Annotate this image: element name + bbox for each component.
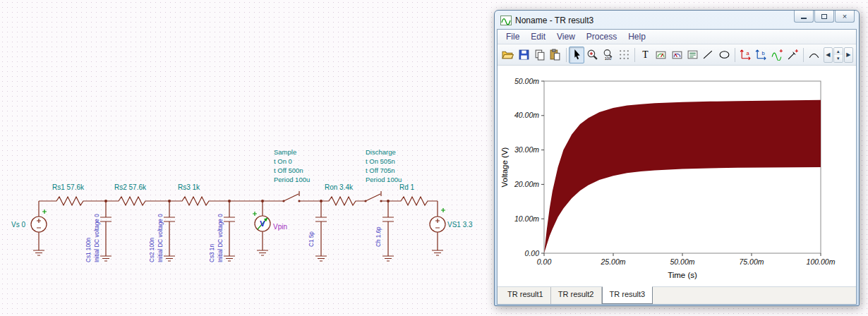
minimize-icon	[801, 18, 807, 19]
toolbar-separator	[735, 48, 735, 62]
titlebar[interactable]: Noname - TR result3 ×	[497, 11, 857, 29]
zoom-in-button[interactable]	[585, 47, 600, 63]
svg-text:Period 100u: Period 100u	[274, 176, 310, 183]
capacitor-ch[interactable]	[382, 201, 394, 261]
result-window: Noname - TR result3 × File Edit View Pro…	[494, 10, 860, 306]
resistor-ron[interactable]	[326, 197, 358, 205]
spin-down-icon[interactable]: ▼	[834, 55, 842, 62]
menu-file[interactable]: File	[500, 30, 525, 43]
tab-tr-result3[interactable]: TR result3	[602, 286, 653, 304]
svg-text:25.00m: 25.00m	[600, 257, 625, 266]
waveform-icon	[771, 49, 783, 61]
capacitor-label-ch: Ch 1.6p	[375, 226, 382, 247]
save-icon	[518, 49, 530, 61]
open-button[interactable]	[500, 47, 515, 63]
resistor-label-rs2: Rs2 57.6k	[114, 183, 147, 191]
svg-text:75.00m: 75.00m	[739, 257, 764, 266]
grid-toggle-button[interactable]	[617, 47, 632, 63]
tab-tr-result1[interactable]: TR result1	[500, 287, 551, 304]
window-client-area: File Edit View Process Help 100 T a	[497, 29, 857, 305]
paste-icon	[549, 49, 561, 61]
zoom-100-icon: 100	[602, 49, 614, 61]
marker-icon	[787, 49, 799, 61]
curve-icon	[808, 49, 820, 61]
axis-b-button[interactable]: b	[754, 47, 768, 63]
svg-text:30.00m: 30.00m	[514, 145, 539, 154]
svg-text:t Off 500n: t Off 500n	[274, 166, 303, 174]
line-icon	[702, 49, 714, 61]
svg-text:50.00m: 50.00m	[670, 257, 694, 266]
meter-icon	[655, 49, 667, 61]
meter-b-button[interactable]	[670, 47, 685, 63]
add-curve-button[interactable]	[770, 47, 785, 63]
x-axis-title: Time (s)	[668, 271, 697, 279]
copy-button[interactable]	[532, 47, 547, 63]
svg-text:b: b	[762, 50, 765, 56]
result-tabbar: TR result1 TR result2 TR result3	[498, 286, 856, 304]
menu-help[interactable]: Help	[622, 30, 651, 43]
voltmeter-symbol: V	[260, 219, 265, 228]
switch-discharge[interactable]	[363, 191, 384, 202]
svg-text:50.00m: 50.00m	[514, 77, 539, 85]
line-tool-button[interactable]	[701, 47, 716, 63]
ellipse-icon	[718, 49, 730, 61]
close-button[interactable]: ×	[835, 11, 855, 23]
ellipse-tool-button[interactable]	[717, 47, 732, 63]
capacitor-label-cs2: Cs2 100n	[149, 238, 155, 262]
axis-a-button[interactable]: a	[738, 47, 753, 63]
capacitor-sublabel-cs3: Initial DC voltage 0	[217, 214, 224, 262]
svg-text:Period 100u: Period 100u	[366, 176, 402, 183]
svg-text:Sample: Sample	[274, 148, 296, 156]
next-page-button[interactable]: ▶	[844, 47, 853, 63]
switch-sample[interactable]	[281, 191, 302, 202]
svg-text:T: T	[642, 49, 649, 60]
transient-chart[interactable]: 0.0010.00m20.00m30.00m40.00m50.00m0.0025…	[498, 66, 857, 285]
chart-area[interactable]: 0.0010.00m20.00m30.00m40.00m50.00m0.0025…	[498, 66, 856, 286]
spin-up-icon[interactable]: ▲	[834, 48, 842, 55]
meter-a-button[interactable]	[653, 47, 668, 63]
resistor-label-rs3: Rs3 1k	[178, 183, 200, 191]
legend-icon	[687, 49, 699, 61]
resistor-rd[interactable]	[398, 197, 430, 205]
capacitor-c1[interactable]	[315, 201, 327, 261]
switch-sample-params: Sample t On 0 t Off 500n Period 100u	[274, 148, 310, 183]
legend-button[interactable]	[685, 47, 700, 63]
capacitor-cs3[interactable]	[224, 201, 235, 261]
y-axis-title: Voltage (V)	[500, 147, 509, 187]
prev-page-button[interactable]: ◀	[824, 47, 833, 63]
axis-b-icon: b	[755, 49, 767, 61]
minimize-button[interactable]	[794, 11, 814, 23]
tab-tr-result2[interactable]: TR result2	[551, 287, 602, 304]
svg-text:t Off 705n: t Off 705n	[366, 166, 395, 174]
zoom-100-button[interactable]: 100	[601, 47, 615, 63]
svg-text:t On 505n: t On 505n	[366, 157, 395, 165]
interpolate-button[interactable]	[807, 47, 821, 63]
resistor-rs3[interactable]	[179, 197, 212, 205]
text-tool-button[interactable]: T	[638, 47, 653, 63]
resistor-rs1[interactable]	[54, 197, 86, 205]
resistor-rs2[interactable]	[116, 197, 148, 205]
svg-text:10.00m: 10.00m	[514, 214, 539, 223]
page-spinner[interactable]: ▲ ▼	[833, 47, 843, 63]
menu-process[interactable]: Process	[581, 30, 622, 43]
toolbar-separator	[566, 48, 567, 62]
voltage-source-vs[interactable]	[31, 201, 47, 255]
save-button[interactable]	[516, 47, 531, 63]
menu-edit[interactable]: Edit	[525, 30, 551, 43]
maximize-button[interactable]	[814, 11, 834, 23]
voltmeter-vpin[interactable]: V	[253, 201, 270, 255]
menubar: File Edit View Process Help	[498, 30, 856, 44]
schematic-canvas[interactable]: V Vs 0 VS1 3.3 Rs1 57.6k Rs2 57.6k Rs3 1…	[0, 0, 494, 316]
capacitor-cs1[interactable]	[100, 201, 111, 261]
paste-button[interactable]	[548, 47, 562, 63]
text-tool-icon: T	[639, 49, 651, 61]
grid-icon	[618, 49, 630, 61]
open-folder-icon	[502, 49, 514, 61]
select-button[interactable]	[569, 47, 584, 63]
add-marker-button[interactable]	[785, 47, 800, 63]
capacitor-cs2[interactable]	[164, 201, 175, 261]
resistor-label-rs1: Rs1 57.6k	[52, 183, 85, 191]
axis-a-icon: a	[740, 49, 752, 61]
svg-text:t On 0: t On 0	[274, 157, 292, 165]
menu-view[interactable]: View	[551, 30, 581, 43]
